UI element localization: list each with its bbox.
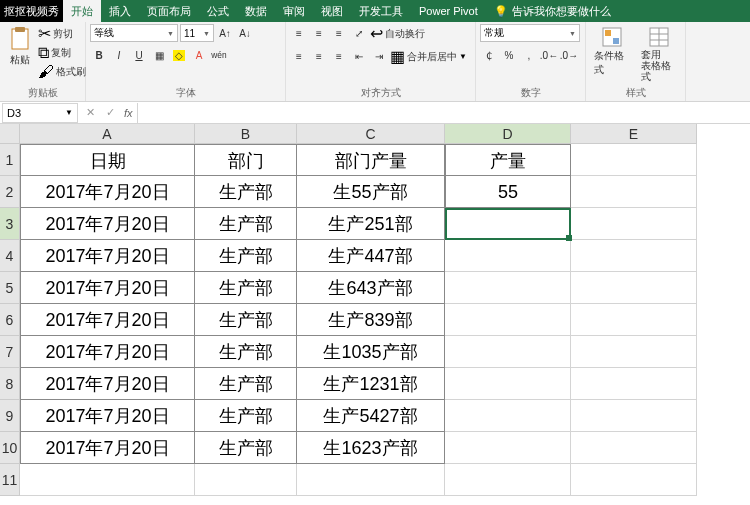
cell[interactable]: 2017年7月20日 xyxy=(20,208,195,240)
cell[interactable]: 生产251部 xyxy=(297,208,445,240)
format-painter-button[interactable]: 🖌格式刷 xyxy=(38,63,86,81)
cell[interactable] xyxy=(571,208,697,240)
cell[interactable]: 生产部 xyxy=(195,368,297,400)
indent-right-button[interactable]: ⇥ xyxy=(370,48,388,66)
col-header-C[interactable]: C xyxy=(297,124,445,144)
cell[interactable]: 生1035产部 xyxy=(297,336,445,368)
font-color-button[interactable]: A xyxy=(190,46,208,64)
col-header-D[interactable]: D xyxy=(445,124,571,144)
cell[interactable] xyxy=(571,464,697,496)
col-header-E[interactable]: E xyxy=(571,124,697,144)
cell[interactable]: 2017年7月20日 xyxy=(20,400,195,432)
tab-view[interactable]: 视图 xyxy=(313,0,351,22)
increase-decimal-button[interactable]: .0← xyxy=(540,46,558,64)
cancel-formula-button[interactable]: ✕ xyxy=(80,106,100,119)
tab-insert[interactable]: 插入 xyxy=(101,0,139,22)
cell[interactable]: 2017年7月20日 xyxy=(20,240,195,272)
cell-grid[interactable]: 日期部门部门产量产量2017年7月20日生产部生55产部552017年7月20日… xyxy=(20,144,697,496)
row-header-4[interactable]: 4 xyxy=(0,240,20,272)
row-header-3[interactable]: 3 xyxy=(0,208,20,240)
cell[interactable] xyxy=(20,464,195,496)
cut-button[interactable]: ✂剪切 xyxy=(38,24,86,43)
tab-home[interactable]: 开始 xyxy=(63,0,101,22)
tab-data[interactable]: 数据 xyxy=(237,0,275,22)
cell[interactable]: 生产部 xyxy=(195,240,297,272)
comma-button[interactable]: , xyxy=(520,46,538,64)
cell[interactable] xyxy=(571,176,697,208)
fill-color-button[interactable]: ◇ xyxy=(170,46,188,64)
cell[interactable] xyxy=(445,240,571,272)
cell[interactable]: 生1623产部 xyxy=(297,432,445,464)
cell[interactable]: 2017年7月20日 xyxy=(20,368,195,400)
cell[interactable]: 部门产量 xyxy=(297,144,445,176)
row-header-11[interactable]: 11 xyxy=(0,464,20,496)
accept-formula-button[interactable]: ✓ xyxy=(100,106,120,119)
indent-left-button[interactable]: ⇤ xyxy=(350,48,368,66)
cell[interactable]: 55 xyxy=(445,176,571,208)
wrap-text-button[interactable]: ↩自动换行 xyxy=(370,24,425,43)
cell[interactable]: 生产1231部 xyxy=(297,368,445,400)
cell[interactable]: 生产部 xyxy=(195,304,297,336)
cell[interactable]: 2017年7月20日 xyxy=(20,272,195,304)
row-header-10[interactable]: 10 xyxy=(0,432,20,464)
paste-button[interactable]: 粘贴 xyxy=(4,24,36,69)
cell[interactable]: 2017年7月20日 xyxy=(20,336,195,368)
tab-layout[interactable]: 页面布局 xyxy=(139,0,199,22)
orientation-button[interactable]: ⤢ xyxy=(350,25,368,43)
cell[interactable] xyxy=(445,304,571,336)
fx-icon[interactable]: fx xyxy=(120,107,137,119)
cell[interactable] xyxy=(571,336,697,368)
cell[interactable]: 部门 xyxy=(195,144,297,176)
underline-button[interactable]: U xyxy=(130,46,148,64)
row-header-6[interactable]: 6 xyxy=(0,304,20,336)
increase-font-button[interactable]: A↑ xyxy=(216,24,234,42)
name-box[interactable]: D3▼ xyxy=(2,103,78,123)
cell[interactable] xyxy=(571,240,697,272)
cell[interactable] xyxy=(297,464,445,496)
cell[interactable] xyxy=(195,464,297,496)
col-header-A[interactable]: A xyxy=(20,124,195,144)
align-center-button[interactable]: ≡ xyxy=(310,48,328,66)
align-right-button[interactable]: ≡ xyxy=(330,48,348,66)
cell[interactable] xyxy=(571,400,697,432)
align-middle-button[interactable]: ≡ xyxy=(310,25,328,43)
row-header-5[interactable]: 5 xyxy=(0,272,20,304)
cell[interactable] xyxy=(445,368,571,400)
cell[interactable]: 产量 xyxy=(445,144,571,176)
tab-formulas[interactable]: 公式 xyxy=(199,0,237,22)
cell[interactable] xyxy=(445,464,571,496)
align-bottom-button[interactable]: ≡ xyxy=(330,25,348,43)
cell[interactable]: 生产447部 xyxy=(297,240,445,272)
cell[interactable]: 2017年7月20日 xyxy=(20,176,195,208)
formula-input[interactable] xyxy=(137,103,750,123)
cell[interactable]: 生55产部 xyxy=(297,176,445,208)
cell[interactable] xyxy=(571,368,697,400)
cell[interactable] xyxy=(571,144,697,176)
row-header-8[interactable]: 8 xyxy=(0,368,20,400)
decrease-decimal-button[interactable]: .0→ xyxy=(560,46,578,64)
cell[interactable] xyxy=(445,400,571,432)
tab-dev[interactable]: 开发工具 xyxy=(351,0,411,22)
cell[interactable]: 生产839部 xyxy=(297,304,445,336)
cell[interactable]: 2017年7月20日 xyxy=(20,432,195,464)
copy-button[interactable]: ⧉复制 xyxy=(38,44,86,62)
cell[interactable]: 生产部 xyxy=(195,400,297,432)
table-format-button[interactable]: 套用 表格格式 xyxy=(637,24,682,84)
cell[interactable] xyxy=(571,272,697,304)
col-header-B[interactable]: B xyxy=(195,124,297,144)
cell[interactable]: 生产部 xyxy=(195,208,297,240)
font-name-combo[interactable]: 等线▼ xyxy=(90,24,178,42)
bold-button[interactable]: B xyxy=(90,46,108,64)
cell[interactable]: 生产部 xyxy=(195,432,297,464)
tab-powerpivot[interactable]: Power Pivot xyxy=(411,0,486,22)
cell[interactable] xyxy=(445,208,571,240)
tab-review[interactable]: 审阅 xyxy=(275,0,313,22)
align-left-button[interactable]: ≡ xyxy=(290,48,308,66)
cell[interactable] xyxy=(445,272,571,304)
cell[interactable]: 生产5427部 xyxy=(297,400,445,432)
align-top-button[interactable]: ≡ xyxy=(290,25,308,43)
cell[interactable]: 生产部 xyxy=(195,272,297,304)
conditional-format-button[interactable]: 条件格式 xyxy=(590,24,635,79)
decrease-font-button[interactable]: A↓ xyxy=(236,24,254,42)
merge-button[interactable]: ▦合并后居中▼ xyxy=(390,47,467,66)
